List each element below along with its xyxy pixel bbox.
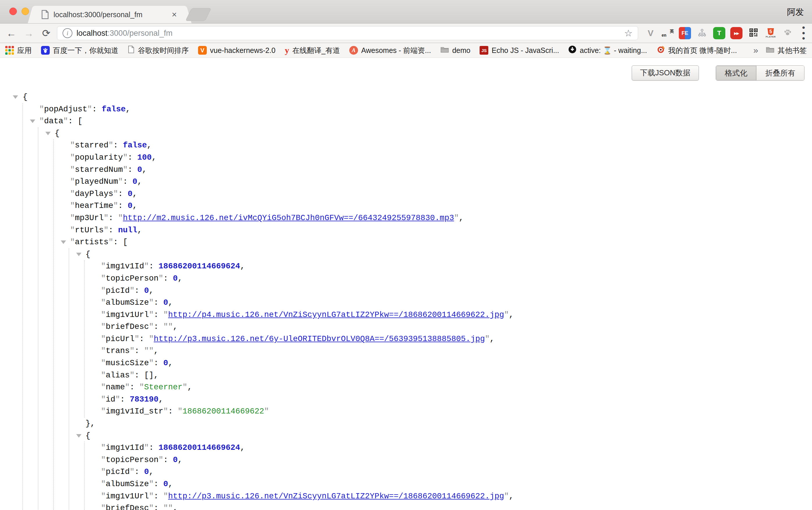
json-token: " (149, 492, 154, 501)
json-punctuation: { (86, 250, 90, 259)
url-host: localhost (77, 29, 108, 37)
json-key: topicPerson (106, 274, 159, 283)
bookmark-label: 我的首页 微博-随时... (668, 46, 737, 55)
new-tab-button[interactable] (185, 8, 211, 21)
weibo-icon (657, 45, 665, 56)
json-number-value: 0 (164, 298, 168, 307)
json-token: " (101, 322, 106, 331)
bookmark-item[interactable]: 应用 (5, 46, 32, 55)
browser-menu-icon[interactable]: ••• (800, 25, 807, 41)
json-token: " (168, 504, 173, 510)
json-line: "albumSize": 0, (85, 478, 812, 490)
url-path: :3000/personal_fm (108, 29, 173, 37)
json-number-value: 0 (164, 479, 168, 488)
bookmark-item[interactable]: 谷歌按时间排序 (128, 46, 189, 55)
json-token: " (135, 334, 140, 343)
json-url-link[interactable]: http://p4.music.126.net/VnZiScyynLG7atLI… (168, 310, 504, 319)
json-number-value: 100 (137, 153, 152, 162)
folder-icon (440, 46, 449, 55)
downloader-icon (568, 46, 576, 55)
json-key: starred (75, 141, 109, 150)
json-token: " (70, 141, 75, 150)
download-json-button[interactable]: 下载JSON数据 (632, 65, 699, 81)
tampermonkey-icon[interactable]: T (713, 27, 725, 39)
sitemap-icon[interactable] (696, 27, 708, 39)
json-line: { (38, 127, 812, 140)
html5-player-icon[interactable]: 5PLAYER (764, 27, 777, 39)
bookmark-item[interactable]: JSEcho JS - JavaScri... (480, 46, 559, 55)
json-url-link[interactable]: http://p3.music.126.net/VnZiScyynLG7atLI… (168, 492, 504, 501)
address-bar[interactable]: i localhost:3000/personal_fm ☆ (57, 26, 638, 40)
json-token: " (149, 359, 154, 367)
json-token: " (101, 334, 106, 343)
format-button[interactable]: 格式化 (716, 66, 756, 80)
collapse-arrow-icon[interactable] (76, 434, 81, 438)
json-line: "picId": 0, (85, 466, 812, 478)
collapse-arrow-icon[interactable] (46, 132, 51, 135)
json-token: " (70, 201, 75, 210)
json-punctuation: , (240, 443, 245, 452)
bookmark-item[interactable]: 百度一下，你就知道 (41, 46, 118, 55)
json-token: " (101, 467, 106, 476)
json-number-value: 0 (137, 165, 142, 174)
json-token: " (70, 213, 75, 222)
translate-icon[interactable]: 英en (662, 27, 674, 39)
collapse-arrow-icon[interactable] (30, 120, 35, 123)
json-key: alias (106, 371, 130, 380)
json-punctuation: { (23, 92, 28, 101)
back-button[interactable]: ← (5, 26, 18, 40)
json-line: "picUrl": "http://p3.music.126.net/6y-Ul… (85, 333, 812, 345)
tab-close-icon[interactable]: × (170, 10, 178, 19)
bookmark-item[interactable]: AAwesomes - 前端资... (349, 46, 431, 55)
browser-tab[interactable]: localhost:3000/personal_fm × (35, 6, 184, 23)
paw-icon[interactable] (782, 27, 794, 39)
qrcode-icon[interactable] (748, 27, 760, 39)
json-token: " (39, 105, 44, 114)
forward-button[interactable]: → (22, 26, 35, 40)
json-token: " (113, 189, 118, 198)
json-token: " (130, 467, 135, 476)
reload-button[interactable]: ⟳ (39, 26, 53, 40)
json-punctuation: , (187, 383, 192, 392)
bookmarks-overflow-chevron[interactable]: » (753, 46, 758, 55)
json-key: starredNum (75, 165, 123, 174)
bookmark-item[interactable]: 我的首页 微博-随时... (657, 45, 737, 56)
bookmark-item[interactable]: Vvue-hackernews-2.0 (198, 46, 276, 55)
collapse-arrow-icon[interactable] (76, 253, 81, 256)
fast-forward-icon[interactable]: ▶▶ (730, 27, 743, 39)
close-window-button[interactable] (9, 7, 17, 15)
collapse-arrow-icon[interactable] (13, 95, 18, 99)
bookmark-item[interactable]: active: ⌛ - waiting... (568, 46, 647, 55)
json-punctuation: : (113, 141, 123, 150)
json-token: " (504, 492, 509, 501)
collapse-arrow-icon[interactable] (61, 240, 66, 244)
json-url-link[interactable]: http://p3.music.126.net/6y-UleORITEDbvrO… (154, 334, 485, 343)
json-url-link[interactable]: http://m2.music.126.net/ivMcQYiG5oh7BCJh… (123, 213, 454, 222)
json-number-value: 18686200114669624 (158, 443, 240, 452)
fehelper-icon[interactable]: FE (679, 27, 691, 39)
minimize-window-button[interactable] (22, 7, 29, 15)
collapse-all-button[interactable]: 折叠所有 (756, 66, 804, 80)
json-punctuation: : (139, 334, 149, 343)
json-key: briefDesc (106, 322, 149, 331)
bookmark-star-icon[interactable]: ☆ (624, 28, 633, 39)
view-mode-segmented-control: 格式化 折叠所有 (716, 65, 805, 81)
json-key: musicSize (106, 359, 149, 367)
page-favicon-icon (41, 10, 49, 19)
bookmark-item[interactable]: demo (440, 46, 470, 55)
json-punctuation: : (154, 492, 164, 501)
json-key: picId (106, 467, 130, 476)
json-token: " (123, 153, 128, 162)
json-punctuation: , (173, 504, 178, 510)
json-punctuation: { (55, 129, 60, 138)
other-bookmarks-folder[interactable]: 其他书签 (766, 46, 807, 55)
page-info-icon[interactable]: i (62, 28, 72, 38)
json-line: "starred": false, (54, 139, 812, 151)
bookmark-item[interactable]: y在线翻译_有道 (285, 46, 340, 55)
vue-devtools-icon[interactable]: V (644, 27, 657, 39)
json-token: " (70, 238, 75, 246)
json-punctuation: , (240, 262, 245, 271)
json-line: "topicPerson": 0, (85, 272, 812, 284)
json-token: " (101, 286, 106, 295)
baidu-paw-icon (41, 46, 50, 55)
